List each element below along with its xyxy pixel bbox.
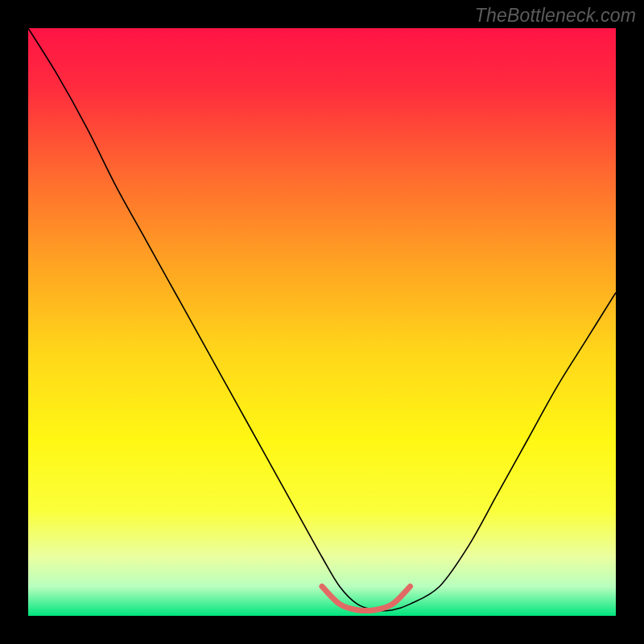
chart-frame: TheBottleneck.com: [0, 0, 644, 644]
chart-svg: [28, 28, 616, 616]
watermark: TheBottleneck.com: [475, 5, 636, 27]
plot-area: [28, 28, 616, 616]
gradient-bg: [28, 28, 616, 616]
